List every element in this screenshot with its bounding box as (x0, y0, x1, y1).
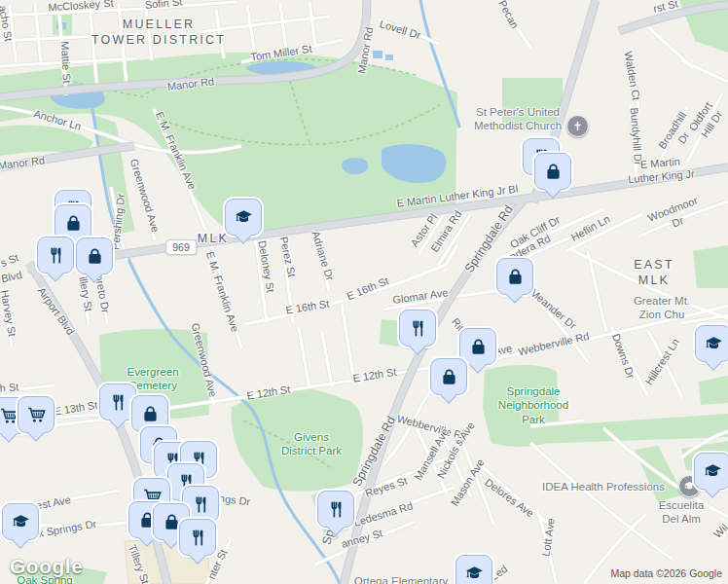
shopping-bag-marker[interactable] (430, 358, 467, 395)
graduation-cap-icon (464, 564, 485, 584)
restaurant-marker[interactable] (37, 237, 74, 274)
shopping-bag-icon (63, 213, 84, 234)
graduation-cap-icon (11, 512, 31, 532)
basemap-graphic (0, 0, 728, 584)
restaurant-marker[interactable] (317, 491, 354, 528)
cart-icon (26, 405, 47, 425)
church-cross-icon (571, 120, 584, 132)
graduation-cap-icon (704, 334, 724, 354)
restaurant-icon (326, 499, 346, 520)
shopping-bag-icon (85, 246, 105, 267)
map-attribution: Map data ©2026 Google (610, 567, 722, 579)
restaurant-icon (46, 245, 66, 266)
shopping-bag-icon (468, 337, 489, 357)
graduation-cap-icon (234, 207, 254, 228)
shopping-bag-marker[interactable] (534, 153, 571, 190)
graduation-cap-marker[interactable] (2, 503, 39, 540)
graduation-cap-marker[interactable] (694, 453, 728, 490)
route-969-badge: 969 (165, 239, 197, 255)
church-cross-poi[interactable] (566, 115, 589, 137)
shopping-bag-marker[interactable] (496, 258, 533, 295)
shopping-bag-icon (140, 404, 161, 424)
map-canvas[interactable]: McCloskey StSofin Stacho StMUELLER TOWER… (0, 0, 728, 584)
cart-marker[interactable] (18, 396, 55, 433)
shopping-bag-icon (505, 267, 526, 287)
graduation-cap-marker[interactable] (225, 199, 262, 236)
shopping-bag-marker[interactable] (76, 237, 113, 274)
shopping-bag-icon (439, 367, 459, 387)
restaurant-marker[interactable] (399, 310, 436, 347)
restaurant-marker[interactable] (179, 519, 216, 556)
restaurant-icon (408, 318, 428, 339)
graduation-cap-icon (703, 461, 723, 482)
restaurant-icon (108, 392, 128, 413)
cart-icon (0, 406, 19, 426)
restaurant-icon (191, 494, 211, 515)
graduation-cap-marker[interactable] (695, 325, 728, 362)
shopping-bag-marker[interactable] (459, 328, 496, 365)
google-logo[interactable]: Google (10, 555, 83, 578)
restaurant-icon (188, 528, 208, 548)
graduation-cap-marker[interactable] (455, 555, 492, 584)
shopping-bag-icon (543, 162, 564, 182)
